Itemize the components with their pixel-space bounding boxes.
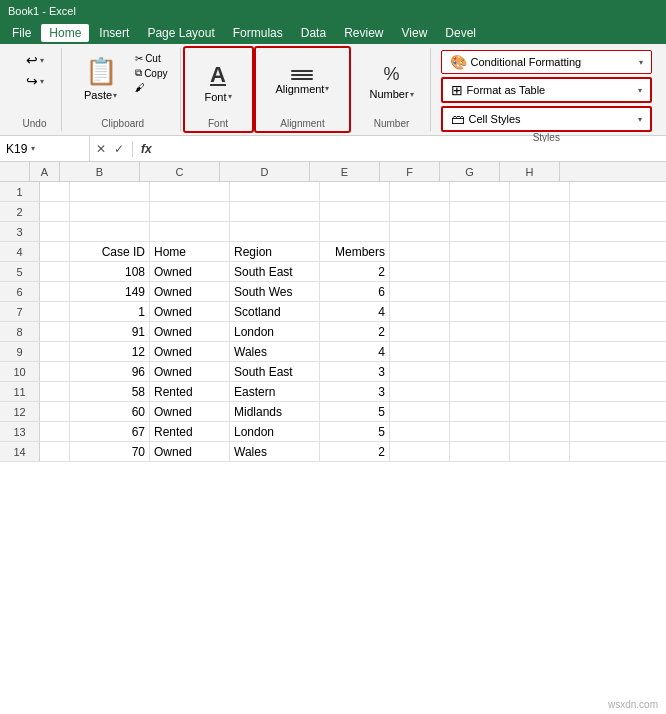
data-cell[interactable]: 70: [70, 442, 150, 461]
font-button[interactable]: A Font ▾: [193, 52, 244, 112]
data-cell[interactable]: [510, 182, 570, 201]
data-cell[interactable]: Rented: [150, 382, 230, 401]
data-cell[interactable]: [70, 182, 150, 201]
table-row[interactable]: 1260OwnedMidlands5: [0, 402, 666, 422]
data-cell[interactable]: 60: [70, 402, 150, 421]
data-cell[interactable]: Members: [320, 242, 390, 261]
data-cell[interactable]: South East: [230, 362, 320, 381]
alignment-button[interactable]: Alignment ▾: [264, 52, 342, 112]
conditional-formatting-button[interactable]: 🎨 Conditional Formatting ▾: [441, 50, 652, 74]
menu-review[interactable]: Review: [336, 24, 391, 42]
undo-button[interactable]: ↩ ▾: [20, 50, 50, 70]
data-cell[interactable]: [70, 202, 150, 221]
data-cell[interactable]: 2: [320, 322, 390, 341]
data-cell[interactable]: [150, 182, 230, 201]
data-cell[interactable]: [510, 362, 570, 381]
data-cell[interactable]: London: [230, 322, 320, 341]
data-cell[interactable]: [40, 382, 70, 401]
data-cell[interactable]: [40, 322, 70, 341]
table-row[interactable]: 1470OwnedWales2: [0, 442, 666, 462]
data-cell[interactable]: [230, 202, 320, 221]
data-cell[interactable]: 96: [70, 362, 150, 381]
data-cell[interactable]: [510, 202, 570, 221]
data-cell[interactable]: [40, 222, 70, 241]
format-painter-button[interactable]: 🖌: [131, 81, 171, 94]
data-cell[interactable]: [320, 182, 390, 201]
data-cell[interactable]: [390, 202, 450, 221]
table-row[interactable]: 3: [0, 222, 666, 242]
data-cell[interactable]: Region: [230, 242, 320, 261]
data-cell[interactable]: 6: [320, 282, 390, 301]
data-cell[interactable]: 3: [320, 382, 390, 401]
data-cell[interactable]: Owned: [150, 342, 230, 361]
data-cell[interactable]: [70, 222, 150, 241]
data-cell[interactable]: 108: [70, 262, 150, 281]
data-cell[interactable]: 4: [320, 302, 390, 321]
data-cell[interactable]: Wales: [230, 442, 320, 461]
data-cell[interactable]: [40, 442, 70, 461]
data-cell[interactable]: [40, 182, 70, 201]
table-row[interactable]: 4Case IDHomeRegionMembers: [0, 242, 666, 262]
data-cell[interactable]: 1: [70, 302, 150, 321]
data-cell[interactable]: 12: [70, 342, 150, 361]
data-cell[interactable]: [40, 262, 70, 281]
data-cell[interactable]: [40, 282, 70, 301]
data-cell[interactable]: [390, 242, 450, 261]
data-cell[interactable]: Case ID: [70, 242, 150, 261]
data-cell[interactable]: [40, 302, 70, 321]
data-cell[interactable]: [450, 422, 510, 441]
table-row[interactable]: 912OwnedWales4: [0, 342, 666, 362]
data-cell[interactable]: [510, 322, 570, 341]
data-cell[interactable]: Owned: [150, 302, 230, 321]
data-cell[interactable]: Eastern: [230, 382, 320, 401]
data-cell[interactable]: [390, 222, 450, 241]
menu-file[interactable]: File: [4, 24, 39, 42]
data-cell[interactable]: Owned: [150, 282, 230, 301]
data-cell[interactable]: [40, 202, 70, 221]
data-cell[interactable]: [40, 402, 70, 421]
data-cell[interactable]: [150, 222, 230, 241]
data-cell[interactable]: [450, 342, 510, 361]
format-as-table-button[interactable]: ⊞ Format as Table ▾: [441, 77, 652, 103]
data-cell[interactable]: London: [230, 422, 320, 441]
data-cell[interactable]: [510, 302, 570, 321]
data-cell[interactable]: Scotland: [230, 302, 320, 321]
data-cell[interactable]: Rented: [150, 422, 230, 441]
data-cell[interactable]: [450, 402, 510, 421]
data-cell[interactable]: 2: [320, 262, 390, 281]
data-cell[interactable]: [230, 182, 320, 201]
redo-button[interactable]: ↪ ▾: [20, 71, 50, 91]
data-cell[interactable]: South Wes: [230, 282, 320, 301]
data-cell[interactable]: [390, 422, 450, 441]
data-cell[interactable]: 67: [70, 422, 150, 441]
menu-devel[interactable]: Devel: [437, 24, 484, 42]
menu-formulas[interactable]: Formulas: [225, 24, 291, 42]
data-cell[interactable]: [510, 282, 570, 301]
data-cell[interactable]: [390, 362, 450, 381]
data-cell[interactable]: Owned: [150, 362, 230, 381]
data-cell[interactable]: 2: [320, 442, 390, 461]
data-cell[interactable]: [390, 342, 450, 361]
data-cell[interactable]: 3: [320, 362, 390, 381]
data-cell[interactable]: Home: [150, 242, 230, 261]
cut-button[interactable]: ✂ Cut: [131, 52, 171, 65]
data-cell[interactable]: 5: [320, 422, 390, 441]
data-cell[interactable]: [40, 342, 70, 361]
data-cell[interactable]: [40, 242, 70, 261]
data-cell[interactable]: [450, 382, 510, 401]
data-cell[interactable]: [320, 222, 390, 241]
menu-page-layout[interactable]: Page Layout: [139, 24, 222, 42]
menu-home[interactable]: Home: [41, 24, 89, 42]
table-row[interactable]: 71OwnedScotland4: [0, 302, 666, 322]
data-cell[interactable]: [450, 302, 510, 321]
data-cell[interactable]: [230, 222, 320, 241]
data-cell[interactable]: [450, 182, 510, 201]
data-cell[interactable]: [40, 362, 70, 381]
data-cell[interactable]: [450, 282, 510, 301]
data-cell[interactable]: Owned: [150, 442, 230, 461]
data-cell[interactable]: [390, 382, 450, 401]
data-cell[interactable]: [510, 442, 570, 461]
table-row[interactable]: 891OwnedLondon2: [0, 322, 666, 342]
cell-reference-box[interactable]: K19 ▾: [0, 136, 90, 161]
data-cell[interactable]: [390, 442, 450, 461]
